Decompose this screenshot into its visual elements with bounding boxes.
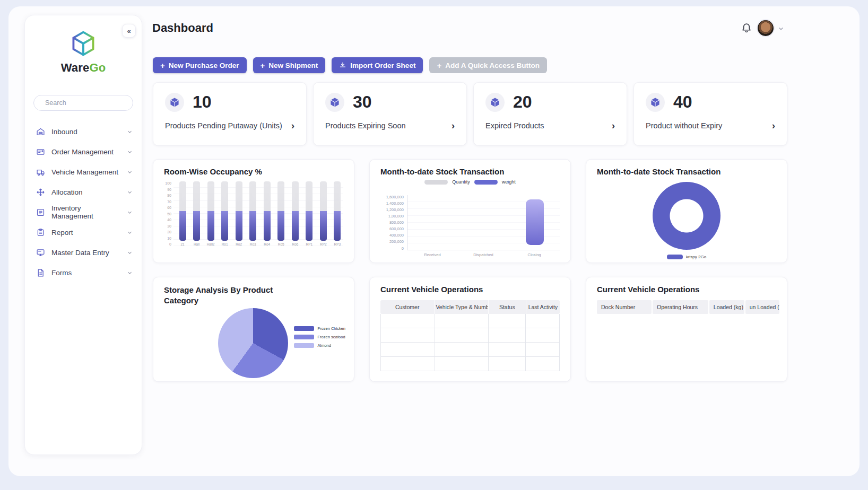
user-avatar[interactable]: [757, 19, 775, 37]
table-header-row: Dock NumberOperating HoursLoaded (kg)un …: [597, 300, 776, 314]
storage-analysis-pie: [218, 308, 288, 378]
sidebar-item-vehicle-management[interactable]: Vehicle Management: [31, 162, 137, 182]
stat-label: Products Pending Putaway (Units): [165, 121, 282, 130]
truck-icon: [36, 168, 45, 177]
plus-icon: +: [160, 62, 165, 69]
stock-transaction-donut-card: Month-to-date Stock Transaction krispy 2…: [586, 159, 787, 263]
legend-swatch: [294, 335, 314, 339]
sidebar-item-inventory-management[interactable]: Inventory Management: [31, 202, 137, 222]
sidebar-item-allocation[interactable]: Allocation: [31, 182, 137, 202]
sidebar-item-label: Allocation: [51, 188, 120, 196]
vehicle-operations-card-2: Current Vehicle Operations Dock NumberOp…: [586, 277, 787, 382]
new-purchase-order-button[interactable]: +New Purchase Order: [153, 57, 247, 73]
search-box[interactable]: [33, 95, 133, 111]
bar-track: [334, 181, 341, 241]
occupancy-bar: [179, 211, 186, 241]
stat-card-products-pending-putaway-units[interactable]: 10 Products Pending Putaway (Units)›: [153, 82, 307, 146]
report-icon: [36, 228, 45, 237]
column-header: Status: [488, 300, 526, 314]
bar-label: Ro5: [278, 242, 284, 246]
stat-label: Product without Expiry: [646, 121, 722, 130]
bar-track: [236, 181, 242, 241]
table-row: [381, 343, 559, 357]
stat-icon-circle: [646, 93, 665, 112]
occupancy-bar: [292, 211, 299, 241]
bar-track: [320, 181, 327, 241]
plus-icon: +: [261, 62, 265, 69]
bar-label: Ro3: [250, 242, 256, 246]
sidebar-menu: InboundOrder ManagementVehicle Managemen…: [31, 121, 137, 283]
chevron-right-icon[interactable]: ›: [772, 120, 775, 130]
y-tick-label: 30: [167, 224, 171, 228]
table-cell: [381, 314, 435, 328]
bar-column: Ro1: [221, 181, 229, 246]
donut-legend-swatch: [667, 255, 683, 259]
sidebar-item-report[interactable]: Report: [31, 222, 137, 242]
y-tick-label: 1,600,000: [386, 195, 404, 199]
y-tick-label: 600,000: [389, 227, 404, 231]
occupancy-bar: [264, 211, 271, 241]
vehicle-operations-title-1: Current Vehicle Operations: [380, 285, 560, 294]
sidebar: « WareGo In: [24, 15, 142, 455]
table-cell: [435, 357, 488, 371]
orders-icon: [36, 147, 45, 156]
y-tick-label: 50: [167, 212, 171, 216]
bar-label: Hall: [194, 242, 199, 246]
bar-column: Ro5: [277, 181, 285, 246]
table-cell: [525, 328, 559, 342]
legend-swatch: [294, 343, 314, 348]
occupancy-bar: [277, 211, 284, 241]
user-menu-chevron-icon[interactable]: [778, 24, 784, 34]
occupancy-bar: [207, 211, 214, 241]
product-box-icon: [169, 97, 180, 108]
sidebar-item-order-management[interactable]: Order Management: [31, 142, 137, 162]
bottom-row: Storage Analysis By Product Category Fro…: [153, 277, 787, 382]
stock-transaction-donut-title: Month-to-date Stock Transaction: [597, 167, 776, 176]
bar-label: RP1: [306, 242, 313, 246]
sidebar-item-master-data-entry[interactable]: Master Data Entry: [31, 242, 137, 262]
sidebar-item-inbound[interactable]: Inbound: [31, 121, 137, 142]
import-order-sheet-button[interactable]: Import Order Sheet: [332, 57, 423, 73]
chevron-right-icon[interactable]: ›: [291, 120, 294, 130]
stock-transaction-plot: [407, 195, 560, 250]
chevron-right-icon[interactable]: ›: [452, 120, 455, 130]
sidebar-item-forms[interactable]: Forms: [31, 262, 137, 283]
search-input[interactable]: [44, 99, 132, 107]
vehicle-operations-card-1: Current Vehicle Operations CustomerVehic…: [369, 277, 571, 382]
y-tick-label: 60: [167, 206, 171, 209]
add-a-quick-access-button-button[interactable]: +Add A Quick Access Button: [429, 57, 547, 73]
x-tick-label: Dispatched: [458, 252, 509, 257]
bar-label: Ro6: [292, 242, 298, 246]
vehicle-operations-table-2: Dock NumberOperating HoursLoaded (kg)un …: [597, 300, 776, 314]
y-tick-label: 1,00,000: [388, 214, 404, 218]
storage-analysis-title: Storage Analysis By Product Category: [164, 285, 281, 305]
table-cell: [525, 357, 559, 371]
table-cell: [435, 328, 488, 342]
new-shipment-button[interactable]: +New Shipment: [253, 57, 326, 73]
stat-value: 30: [353, 92, 372, 112]
sidebar-item-label: Vehicle Management: [51, 168, 120, 176]
y-tick-label: 200,000: [389, 240, 404, 244]
sidebar-item-label: Order Management: [51, 148, 120, 156]
stat-label: Products Expiring Soon: [325, 121, 406, 130]
legend-label: Frozen Chicken: [317, 326, 345, 331]
table-row: [381, 314, 559, 328]
y-tick-label: 40: [167, 218, 171, 222]
room-occupancy-yaxis: 1009080706050403020100: [164, 181, 173, 246]
chevron-right-icon[interactable]: ›: [612, 120, 615, 130]
stat-value: 20: [513, 92, 532, 112]
occupancy-bar: [320, 211, 327, 241]
stat-card-product-without-expiry[interactable]: 40 Product without Expiry›: [633, 82, 787, 146]
stat-card-products-expiring-soon[interactable]: 30 Products Expiring Soon›: [313, 82, 467, 146]
occupancy-bar: [236, 211, 242, 241]
weight-legend-swatch: [474, 180, 498, 185]
y-tick-label: 100: [165, 181, 171, 185]
bar-column: Ro3: [249, 181, 257, 246]
table-cell: [488, 357, 526, 371]
charts-row: Room-Wise Occupancy % 100908070605040302…: [153, 159, 787, 263]
chevron-down-icon: [127, 129, 133, 135]
notifications-bell-icon[interactable]: [740, 22, 753, 36]
bar-column: RP3: [334, 181, 341, 246]
dashboard-page: « WareGo In: [0, 0, 868, 490]
stat-card-expired-products[interactable]: 20 Expired Products›: [473, 82, 627, 146]
